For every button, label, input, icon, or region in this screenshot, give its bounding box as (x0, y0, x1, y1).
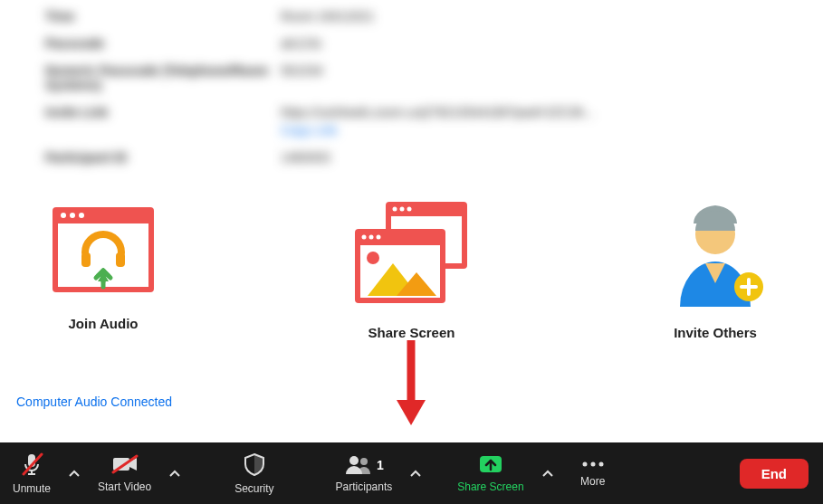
share-screen-label: Share Screen (368, 325, 455, 340)
info-row: Time Room 24012021 (45, 9, 778, 24)
info-label: Participant ID (45, 150, 281, 165)
svg-point-12 (399, 207, 404, 212)
info-row: Participant ID 1460003 (45, 150, 778, 165)
svg-rect-5 (81, 252, 91, 267)
svg-rect-6 (116, 252, 125, 267)
participants-count: 1 (377, 458, 384, 472)
svg-point-2 (61, 213, 66, 218)
svg-point-4 (79, 213, 84, 218)
shield-icon (244, 452, 265, 479)
info-value: 561034 (281, 63, 778, 92)
join-audio-card[interactable]: Join Audio (45, 200, 161, 340)
invite-others-card[interactable]: Invite Others (662, 200, 769, 340)
invite-others-icon (662, 200, 769, 312)
info-label: Numeric Passcode (Telephone/Room Systems… (45, 63, 281, 92)
share-screen-card[interactable]: Share Screen (349, 200, 474, 340)
svg-point-16 (361, 235, 366, 240)
svg-point-3 (70, 213, 75, 218)
chevron-up-icon (169, 467, 180, 480)
chevron-up-icon (69, 467, 80, 480)
info-row: Numeric Passcode (Telephone/Room Systems… (45, 63, 778, 92)
audio-options-chevron[interactable] (63, 442, 85, 504)
more-label: More (580, 475, 605, 488)
share-screen-toolbar-icon (478, 454, 503, 477)
svg-point-18 (376, 235, 380, 240)
svg-point-39 (582, 462, 587, 467)
info-label: Invite Link (45, 105, 281, 138)
unmute-button[interactable]: Unmute (0, 442, 63, 504)
info-label: Time (45, 9, 281, 24)
svg-point-13 (407, 207, 411, 212)
info-row: Invite Link https://us04web.zoom.us/j/78… (45, 105, 778, 138)
info-value: https://us04web.zoom.us/j/78210544189?pw… (281, 105, 778, 138)
annotation-arrow-icon (395, 340, 427, 431)
participants-options-chevron[interactable] (405, 442, 426, 504)
svg-point-41 (598, 462, 603, 467)
video-options-chevron[interactable] (164, 442, 186, 504)
chevron-up-icon (542, 467, 553, 480)
join-audio-label: Join Audio (69, 316, 139, 331)
security-label: Security (234, 482, 273, 495)
camera-off-icon (111, 454, 139, 477)
meeting-info-panel: Time Room 24012021 Passcode ab123c Numer… (0, 0, 823, 177)
more-button[interactable]: More (568, 442, 618, 504)
svg-point-17 (368, 235, 373, 240)
participants-label: Participants (336, 480, 393, 493)
copy-link[interactable]: Copy Link (281, 123, 778, 138)
join-audio-icon (45, 200, 161, 303)
participants-icon (344, 454, 371, 477)
invite-others-label: Invite Others (674, 325, 757, 340)
more-icon (580, 459, 606, 471)
svg-marker-27 (397, 400, 426, 425)
participants-button[interactable]: 1 Participants (323, 442, 406, 504)
info-value: Room 24012021 (281, 9, 778, 24)
start-video-button[interactable]: Start Video (85, 442, 164, 504)
share-screen-toolbar-label: Share Screen (457, 480, 523, 493)
audio-status-text: Computer Audio Connected (16, 395, 172, 409)
info-row: Passcode ab123c (45, 36, 778, 51)
unmute-label: Unmute (13, 482, 51, 495)
end-button[interactable]: End (740, 459, 809, 489)
security-button[interactable]: Security (222, 442, 286, 504)
svg-point-36 (360, 458, 368, 465)
info-label: Passcode (45, 36, 281, 51)
info-value: 1460003 (281, 150, 778, 165)
info-value: ab123c (281, 36, 778, 51)
invite-url: https://us04web.zoom.us/j/78210544189?pw… (281, 105, 595, 119)
svg-point-40 (590, 462, 595, 467)
share-screen-icon (349, 200, 474, 312)
share-screen-button[interactable]: Share Screen (445, 442, 536, 504)
chevron-up-icon (410, 467, 421, 480)
svg-point-11 (392, 207, 397, 212)
start-video-label: Start Video (98, 480, 151, 493)
meeting-toolbar: Unmute Start Video Securit (0, 442, 823, 504)
microphone-muted-icon (20, 452, 43, 479)
svg-point-35 (349, 456, 359, 465)
share-options-chevron[interactable] (537, 442, 559, 504)
action-cards-row: Join Audio Share Screen (0, 191, 823, 340)
svg-point-19 (367, 252, 379, 264)
